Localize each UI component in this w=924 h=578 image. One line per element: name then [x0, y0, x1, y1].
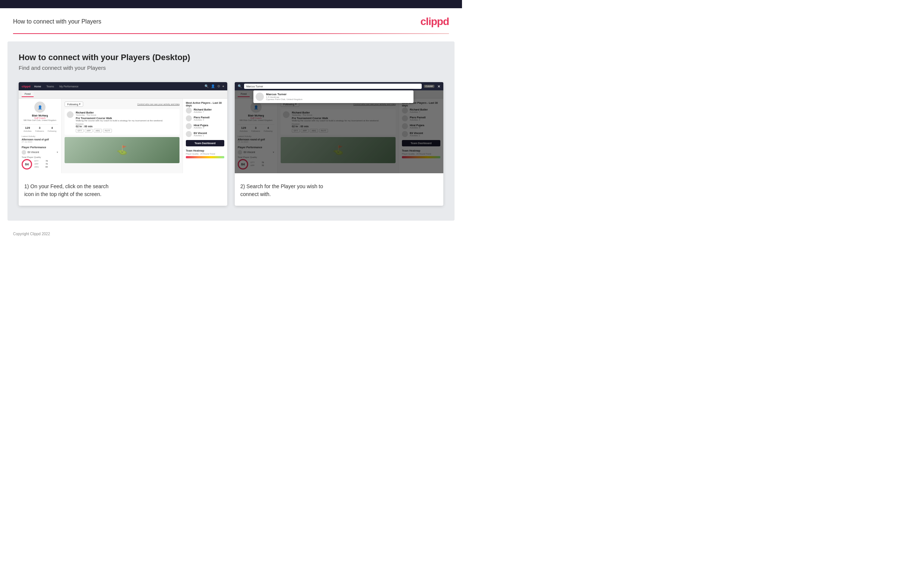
player-perf-section: Player Performance Eli Vincent ▾ Total P… [22, 146, 58, 169]
player-acts-4: Activities: 1 [194, 135, 207, 136]
footer: Copyright Clippd 2022 [0, 228, 462, 240]
pp-chevron-icon[interactable]: ▾ [57, 151, 58, 154]
stat-following: 4 Following [48, 126, 57, 132]
player-acts-2: Activities: 4 [194, 119, 209, 121]
activity-avatar [67, 111, 73, 118]
nav-teams[interactable]: Teams [45, 84, 56, 88]
activity-desc: Walking the course with my coach to buil… [76, 120, 177, 122]
clear-button[interactable]: CLEAR [424, 85, 434, 88]
score-circle: 84 [22, 159, 32, 169]
control-link[interactable]: Control who can see your activity and da… [138, 103, 180, 105]
team-heatmap-header: Team Heatmap [186, 149, 224, 152]
section-heading: How to connect with your Players (Deskto… [19, 53, 443, 62]
bars-area: OTT 79 APP [34, 160, 48, 169]
following-button[interactable]: Following ▾ [65, 102, 83, 107]
screenshot-1: clippd Home Teams My Performance 🔍 👤 ⚙ ●… [19, 82, 227, 206]
bar-label-ott: OTT [34, 160, 41, 162]
player-info-3: Hiral Pujara Activities: 3 [194, 124, 208, 129]
copyright: Copyright Clippd 2022 [13, 232, 50, 236]
search-icon[interactable]: 🔍 [204, 84, 209, 88]
pp-player-row: Eli Vincent ▾ [22, 150, 58, 154]
bar-value-app: 70 [43, 163, 48, 165]
browser-logo-1: clippd [22, 85, 31, 88]
nav-my-performance[interactable]: My Performance [58, 84, 80, 88]
center-panel-1: Following ▾ Control who can see your act… [61, 99, 183, 173]
tag-arg: ARG [94, 129, 102, 133]
header-divider [13, 33, 449, 34]
player-info-1: Richard Butler Activities: 7 [194, 108, 212, 113]
activity-duration: 02 hr : 00 min [76, 125, 177, 128]
tag-app: APP [85, 129, 92, 133]
player-row-3: Hiral Pujara Activities: 3 [186, 123, 224, 129]
right-panel-1: Most Active Players - Last 30 days Richa… [183, 99, 227, 173]
stat-activities: 129 Activities [24, 126, 32, 132]
player-acts-1: Activities: 7 [194, 111, 212, 113]
nav-home[interactable]: Home [33, 84, 43, 88]
feed-image: ⛳ [65, 137, 180, 163]
caption-text-2: 2) Search for the Player you wish toconn… [240, 183, 438, 198]
top-bar [0, 0, 462, 8]
player-row-2: Piers Parnell Activities: 4 [186, 115, 224, 121]
search-input[interactable]: Marcus Turner [244, 84, 422, 89]
feed-tab-1[interactable]: Feed [22, 91, 34, 97]
stat-activities-num: 129 [24, 126, 32, 130]
la-label: Latest Activity [22, 135, 58, 137]
bar-value-arg: 84 [43, 166, 48, 168]
activity-meta: Yesterday · The Grove [76, 114, 177, 116]
search-result-club: Cypress Point Club, United Kingdom [266, 98, 302, 101]
screenshot-2: clippd Home Teams My Performance Feed 👤 … [235, 82, 443, 206]
profile-name: Blair McHarg [22, 114, 58, 117]
following-row: Following ▾ Control who can see your act… [65, 102, 180, 107]
main-content: How to connect with your Players (Deskto… [8, 41, 455, 221]
caption-1: 1) On your Feed, click on the searchicon… [19, 173, 227, 206]
search-result-dropdown[interactable]: Marcus Turner 1.5 Handicap Cypress Point… [253, 90, 413, 103]
settings-icon[interactable]: ⚙ [217, 84, 220, 88]
activity-person: Richard Butler [76, 111, 177, 114]
caption-2: 2) Search for the Player you wish toconn… [235, 173, 443, 206]
stat-following-label: Following [48, 130, 57, 132]
team-dashboard-button[interactable]: Team Dashboard [186, 140, 224, 146]
profile-stats: 129 Activities 3 Followers 4 Following [22, 124, 58, 132]
logo: clippd [421, 16, 449, 28]
avatar-icon[interactable]: ● [222, 84, 224, 88]
team-heatmap-sub: Player Quality · 20 Round Trend [186, 153, 224, 155]
profile-card: 👤 Blair McHarg Golf Coach Mill Ride Golf… [22, 102, 58, 132]
la-date: 27 Jul 2022 [22, 141, 58, 143]
tag-row: OTT APP ARG PUTT [76, 129, 177, 133]
bar-label-arg: ARG [34, 166, 41, 168]
player-avatar-1 [186, 107, 192, 114]
feed-area-1: 👤 Blair McHarg Golf Coach Mill Ride Golf… [19, 99, 227, 173]
user-icon[interactable]: 👤 [211, 84, 215, 88]
following-label: Following [67, 103, 78, 106]
player-name-3: Hiral Pujara [194, 124, 208, 127]
tag-ott: OTT [76, 129, 84, 133]
screenshots-row: clippd Home Teams My Performance 🔍 👤 ⚙ ●… [19, 82, 443, 206]
search-result-name: Marcus Turner [266, 93, 302, 96]
tag-putt: PUTT [103, 129, 112, 133]
player-avatar-2 [186, 115, 192, 121]
bar-value-ott: 79 [43, 160, 48, 162]
search-result-avatar [256, 93, 264, 101]
bar-row-arg: ARG 84 [34, 166, 48, 168]
search-query: Marcus Turner [246, 85, 263, 88]
la-value: Afternoon round of golf [22, 138, 58, 141]
player-name-2: Piers Parnell [194, 116, 209, 119]
tpq-label: Total Player Quality [22, 156, 58, 158]
activity-title: Pre Tournament Course Walk [76, 117, 177, 120]
mini-browser-2: clippd Home Teams My Performance Feed 👤 … [235, 82, 443, 173]
activity-content: Richard Butler Yesterday · The Grove Pre… [76, 111, 177, 133]
player-avatar-3 [186, 123, 192, 129]
bar-row-ott: OTT 79 [34, 160, 48, 162]
player-info-4: Eli Vincent Activities: 1 [194, 132, 207, 136]
team-heatmap-section: Team Heatmap Player Quality · 20 Round T… [186, 149, 224, 158]
stat-following-num: 4 [48, 126, 57, 130]
close-search-button[interactable]: ✕ [437, 84, 440, 88]
search-result-info: Marcus Turner 1.5 Handicap Cypress Point… [266, 93, 302, 101]
page-title: How to connect with your Players [13, 18, 102, 25]
search-icon-overlay: 🔍 [238, 84, 242, 88]
stat-activities-label: Activities [24, 130, 32, 132]
caption-text-1: 1) On your Feed, click on the searchicon… [24, 183, 222, 198]
profile-avatar: 👤 [34, 102, 45, 113]
player-name-1: Richard Butler [194, 108, 212, 111]
player-avatar-4 [186, 131, 192, 137]
